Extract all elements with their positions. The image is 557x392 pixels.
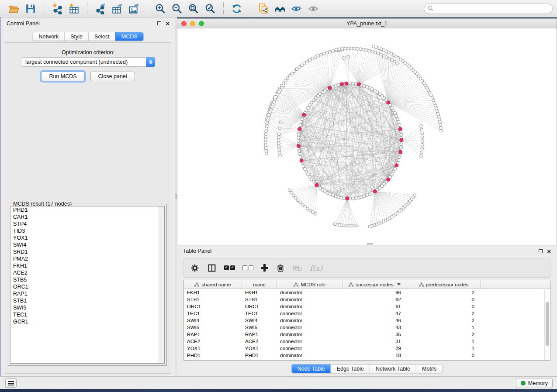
control-panel-title: Control Panel xyxy=(7,21,40,27)
table-panel: Table Panel × f(x) sha xyxy=(177,245,557,376)
table-cell: 18 xyxy=(343,352,407,359)
delete-row-icon[interactable] xyxy=(276,262,285,274)
tab-network-table[interactable]: Network Table xyxy=(370,364,416,373)
function-builder-icon-disabled: f(x) xyxy=(310,264,322,272)
table-row[interactable]: FKH1FKH1dominator962 xyxy=(184,289,550,296)
tab-motifs[interactable]: Motifs xyxy=(416,364,442,373)
network-window-titlebar[interactable]: YPA_prune.txt_1 xyxy=(177,19,557,28)
mcds-result-item[interactable]: YOX1 xyxy=(10,234,164,241)
tab-select[interactable]: Select xyxy=(88,32,115,41)
table-scrollbar[interactable] xyxy=(544,289,550,360)
open-file-icon[interactable] xyxy=(8,3,20,15)
list-icon xyxy=(8,381,14,385)
toolbar-separator xyxy=(87,2,87,15)
hide-selected-icon[interactable] xyxy=(291,3,303,15)
mcds-result-item[interactable]: TID3 xyxy=(10,227,164,234)
mcds-result-item[interactable]: RAP1 xyxy=(10,290,164,297)
close-table-panel-icon[interactable]: × xyxy=(547,249,551,253)
mcds-result-list[interactable]: PHD1CAR1STP4TID3YOX1SWI4SRD1PMA2FKH1ACE2… xyxy=(10,206,165,364)
import-network-icon[interactable] xyxy=(51,3,63,15)
save-session-icon[interactable] xyxy=(24,3,37,15)
table-cell: TEC1 xyxy=(242,310,277,317)
duplicate-network-icon[interactable] xyxy=(257,3,270,15)
import-table-icon[interactable] xyxy=(68,3,80,15)
run-mcds-button[interactable]: Run MCDS xyxy=(41,72,84,81)
network-canvas[interactable] xyxy=(177,28,557,245)
table-row[interactable]: ACE2ACE2connector311 xyxy=(184,338,550,345)
cytoscape-app: Control Panel × NetworkStyleSelectMCDS O… xyxy=(0,0,557,392)
close-panel-button[interactable]: Close panel xyxy=(90,72,135,81)
mcds-result-item[interactable]: ACE2 xyxy=(10,269,164,276)
float-panel-icon[interactable] xyxy=(157,21,161,25)
table-cell: 96 xyxy=(343,289,407,296)
table-cell: 2 xyxy=(407,331,481,338)
mcds-result-item[interactable]: STB5 xyxy=(10,276,164,283)
tab-node-table[interactable]: Node Table xyxy=(292,364,331,373)
network-graph[interactable] xyxy=(177,28,557,245)
export-image-icon[interactable] xyxy=(128,3,140,15)
mcds-result-item[interactable]: STB1 xyxy=(10,297,164,304)
mcds-result-item[interactable]: ORC1 xyxy=(10,283,164,290)
table-cell: 47 xyxy=(343,310,407,317)
tab-mcds[interactable]: MCDS xyxy=(115,32,143,41)
table-row[interactable]: YOX1YOX1connector291 xyxy=(184,345,550,352)
table-scrollbar-thumb[interactable] xyxy=(546,302,549,346)
table-cell: 0 xyxy=(407,296,481,303)
zoom-selected-icon[interactable] xyxy=(204,3,216,15)
column-header-name[interactable]: name xyxy=(242,280,277,289)
search-input[interactable] xyxy=(424,3,553,14)
table-row[interactable]: SWI5SWI5connector431 xyxy=(184,324,550,331)
mcds-result-item[interactable]: PMA2 xyxy=(10,255,164,262)
mcds-result-item[interactable]: SWI4 xyxy=(10,241,164,248)
column-header-shared-name[interactable]: shared name xyxy=(184,280,242,289)
select-all-icon[interactable] xyxy=(224,262,235,274)
delete-table-icon-disabled xyxy=(293,262,302,274)
memory-button[interactable]: Memory xyxy=(516,378,553,388)
close-panel-icon[interactable]: × xyxy=(166,21,170,25)
table-cell: SWI4 xyxy=(242,317,277,324)
table-cell: FKH1 xyxy=(184,289,242,296)
mcds-result-item[interactable]: GCR1 xyxy=(10,318,164,325)
mcds-list-scrollbar[interactable] xyxy=(159,206,164,363)
export-table-icon[interactable] xyxy=(111,3,123,15)
refresh-view-icon[interactable] xyxy=(231,3,243,15)
show-all-icon[interactable] xyxy=(307,3,319,15)
mcds-result-item[interactable]: CAR1 xyxy=(10,213,164,220)
table-cell: dominator xyxy=(277,289,343,296)
mcds-result-item[interactable]: TEC1 xyxy=(10,311,164,318)
table-row[interactable]: PHD1PHD1dominator180 xyxy=(184,352,550,359)
mcds-result-item[interactable]: STP4 xyxy=(10,220,164,227)
deselect-all-icon[interactable] xyxy=(242,262,253,274)
table-cell: connector xyxy=(277,345,343,352)
mcds-result-item[interactable]: SRD1 xyxy=(10,248,164,255)
table-cell: SWI5 xyxy=(242,324,277,331)
criterion-dropdown[interactable]: largest connected component (undirected) xyxy=(21,57,155,67)
tab-network[interactable]: Network xyxy=(33,32,64,41)
column-header-predecessor-nodes[interactable]: predecessor nodes xyxy=(407,280,481,289)
table-row[interactable]: ORC1ORC1dominator610 xyxy=(184,303,550,310)
zoom-in-icon[interactable] xyxy=(154,3,166,15)
tab-edge-table[interactable]: Edge Table xyxy=(331,364,370,373)
show-column-panel-icon[interactable] xyxy=(207,262,217,274)
add-row-icon[interactable] xyxy=(261,262,268,274)
table-cell: 62 xyxy=(343,296,407,303)
zoom-out-icon[interactable] xyxy=(171,3,183,15)
table-row[interactable]: SWI4SWI4dominator462 xyxy=(184,317,550,324)
zoom-fit-icon[interactable] xyxy=(187,3,200,15)
show-panels-list-button[interactable] xyxy=(5,378,17,388)
column-header-MCDS-role[interactable]: MCDS role xyxy=(277,280,343,289)
float-table-panel-icon[interactable] xyxy=(539,249,543,253)
tab-style[interactable]: Style xyxy=(64,32,88,41)
table-settings-gear-icon[interactable] xyxy=(190,262,200,274)
column-header-successor-nodes[interactable]: successor nodes xyxy=(343,280,407,289)
table-row[interactable]: RAP1RAP1dominator352 xyxy=(184,331,550,338)
table-row[interactable]: TEC1TEC1connector472 xyxy=(184,310,550,317)
table-row[interactable]: STB1STB1dominator620 xyxy=(184,296,550,303)
first-neighbors-icon[interactable] xyxy=(274,3,286,15)
toolbar-separator xyxy=(44,2,44,15)
mcds-result-item[interactable]: FKH1 xyxy=(10,262,164,269)
mcds-result-item[interactable]: SWI5 xyxy=(10,304,164,311)
status-bar: Memory xyxy=(0,376,557,389)
mcds-result-item[interactable]: PHD1 xyxy=(10,206,164,213)
export-network-icon[interactable] xyxy=(94,3,107,15)
